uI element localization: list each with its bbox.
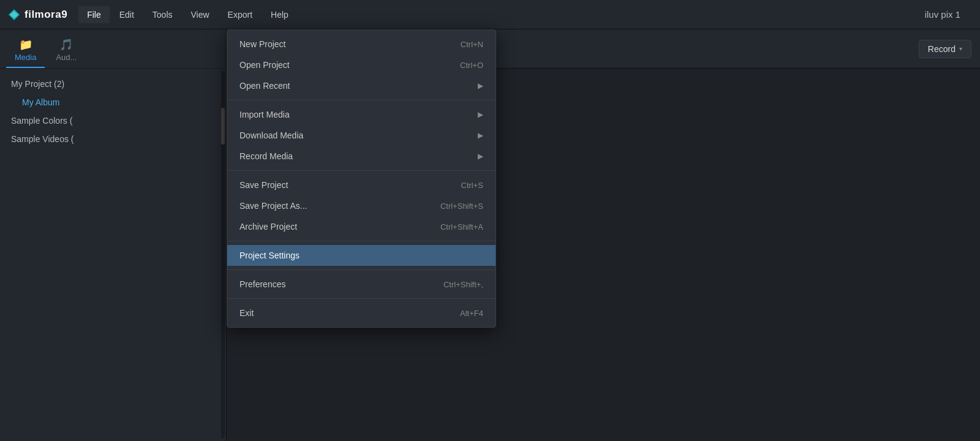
menubar: File Edit Tools View Export Help (78, 6, 925, 23)
menu-record-media[interactable]: Record Media ▶ (227, 146, 496, 167)
menu-export[interactable]: Export (219, 6, 261, 23)
app-logo: filmora9 (7, 8, 67, 21)
sidebar-tab-row: 📁 Media 🎵 Aud... (0, 29, 226, 69)
menu-file[interactable]: File (78, 6, 110, 23)
menu-save-project-as[interactable]: Save Project As... Ctrl+Shift+S (227, 195, 496, 216)
record-media-arrow: ▶ (478, 152, 483, 160)
separator-1 (227, 100, 496, 100)
sidebar-item-my-album[interactable]: My Album (0, 93, 220, 111)
archive-project-label: Archive Project (239, 222, 435, 232)
sidebar-item-sample-videos[interactable]: Sample Videos ( (0, 130, 220, 148)
menu-edit[interactable]: Edit (111, 6, 143, 23)
import-media-label: Import Media (239, 110, 473, 119)
record-label: Record (928, 44, 956, 54)
tab-audio-label: Aud... (56, 53, 77, 62)
save-project-shortcut: Ctrl+S (461, 181, 483, 190)
save-project-as-label: Save Project As... (239, 201, 435, 211)
exit-shortcut: Alt+F4 (460, 309, 483, 318)
sidebar-item-sample-colors[interactable]: Sample Colors ( (0, 111, 220, 130)
menu-tools[interactable]: Tools (144, 6, 181, 23)
menu-project-settings[interactable]: Project Settings (227, 245, 496, 266)
download-media-arrow: ▶ (478, 131, 483, 140)
media-icon: 📁 (19, 38, 32, 51)
new-project-shortcut: Ctrl+N (461, 40, 483, 49)
open-recent-label: Open Recent (239, 81, 473, 91)
project-settings-label: Project Settings (239, 251, 483, 260)
menu-open-project[interactable]: Open Project Ctrl+O (227, 55, 496, 75)
separator-5 (227, 298, 496, 299)
import-media-arrow: ▶ (478, 110, 483, 119)
menu-view[interactable]: View (183, 6, 218, 23)
svg-marker-1 (10, 11, 18, 18)
exit-label: Exit (239, 308, 455, 318)
sidebar-item-my-project[interactable]: My Project (2) (0, 75, 220, 93)
archive-project-shortcut: Ctrl+Shift+A (440, 222, 483, 232)
tab-audio[interactable]: 🎵 Aud... (47, 34, 85, 68)
file-menu-dropdown: New Project Ctrl+N Open Project Ctrl+O O… (227, 29, 496, 328)
menu-save-project[interactable]: Save Project Ctrl+S (227, 175, 496, 195)
titlebar: filmora9 File Edit Tools View Export Hel… (0, 0, 980, 29)
new-project-label: New Project (239, 39, 456, 49)
sidebar-scrollbar[interactable] (221, 71, 225, 439)
user-name: iluv pix 1 (925, 9, 973, 20)
save-project-as-shortcut: Ctrl+Shift+S (440, 202, 483, 211)
menu-open-recent[interactable]: Open Recent ▶ (227, 75, 496, 96)
tab-media[interactable]: 📁 Media (6, 34, 45, 68)
open-project-label: Open Project (239, 60, 455, 70)
open-project-shortcut: Ctrl+O (460, 61, 483, 70)
separator-3 (227, 241, 496, 241)
menu-preferences[interactable]: Preferences Ctrl+Shift+, (227, 274, 496, 295)
download-media-label: Download Media (239, 130, 473, 140)
menu-archive-project[interactable]: Archive Project Ctrl+Shift+A (227, 216, 496, 237)
sidebar-tree: My Project (2) My Album Sample Colors ( … (0, 69, 220, 441)
app-name: filmora9 (24, 9, 67, 21)
tab-media-label: Media (15, 53, 36, 62)
sidebar-scrollbar-thumb (221, 108, 225, 145)
preferences-shortcut: Ctrl+Shift+, (443, 280, 483, 289)
save-project-label: Save Project (239, 180, 456, 190)
separator-4 (227, 270, 496, 270)
menu-import-media[interactable]: Import Media ▶ (227, 104, 496, 125)
menu-new-project[interactable]: New Project Ctrl+N (227, 34, 496, 55)
preferences-label: Preferences (239, 279, 439, 289)
separator-2 (227, 170, 496, 171)
record-media-label: Record Media (239, 151, 473, 161)
menu-help[interactable]: Help (262, 6, 297, 23)
record-dropdown-arrow: ▾ (959, 45, 962, 52)
audio-icon: 🎵 (59, 38, 73, 51)
open-recent-arrow: ▶ (478, 81, 483, 90)
menu-exit[interactable]: Exit Alt+F4 (227, 303, 496, 323)
logo-icon (7, 8, 21, 21)
record-button[interactable]: Record ▾ (919, 40, 971, 58)
menu-download-media[interactable]: Download Media ▶ (227, 125, 496, 146)
sidebar: 📁 Media 🎵 Aud... My Project (2) My Album… (0, 29, 227, 441)
